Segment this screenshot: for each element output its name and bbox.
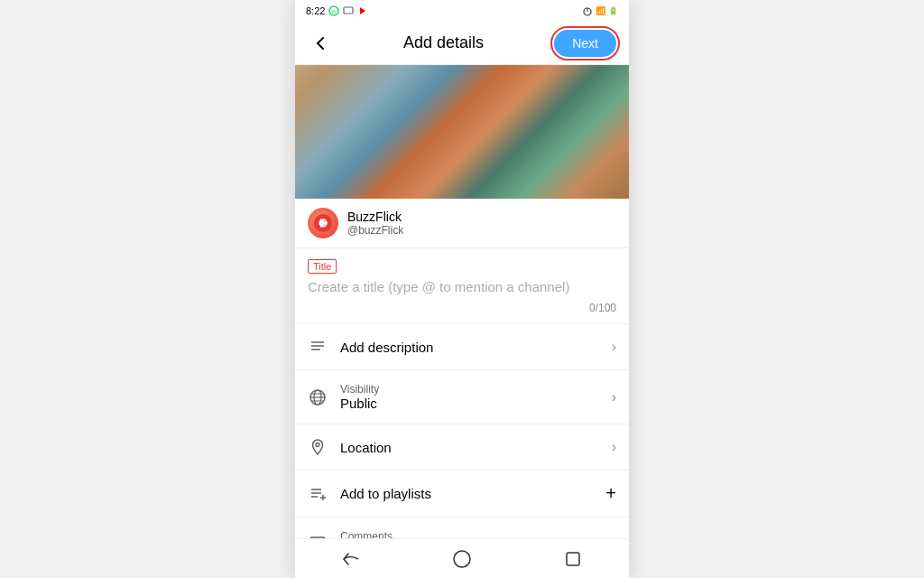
description-label: Add description	[340, 340, 599, 355]
avatar-icon	[313, 213, 333, 233]
yt-icon	[356, 5, 367, 16]
description-content: Add description	[340, 340, 599, 355]
menu-item-playlists[interactable]: Add to playlists +	[295, 471, 629, 517]
nav-recents-icon	[563, 549, 583, 569]
battery-text: 🔋	[608, 6, 618, 15]
svg-rect-27	[567, 553, 579, 565]
visibility-sublabel: Visibility	[340, 383, 599, 396]
comments-content: Comments Hold potentially...	[340, 530, 599, 538]
title-input-placeholder[interactable]: Create a title (type @ to mention a chan…	[308, 277, 616, 302]
svg-marker-3	[360, 7, 365, 14]
nav-home-button[interactable]	[452, 549, 472, 569]
channel-info: BuzzFlick @buzzFlick	[295, 199, 629, 248]
phone-frame: 8:22 W 📶 🔋 Add details Next	[295, 0, 629, 578]
visibility-icon	[308, 387, 328, 407]
page-title: Add details	[403, 33, 484, 52]
channel-name: BuzzFlick	[347, 210, 403, 224]
alarm-icon	[582, 5, 593, 16]
channel-details: BuzzFlick @buzzFlick	[347, 210, 403, 237]
time-display: 8:22	[306, 5, 325, 16]
thumbnail-image	[295, 65, 629, 199]
char-count: 0/100	[308, 302, 616, 320]
status-time: 8:22 W	[306, 5, 367, 16]
nav-recents-button[interactable]	[563, 549, 583, 569]
nav-home-icon	[452, 549, 472, 569]
location-content: Location	[340, 440, 599, 455]
visibility-label: Public	[340, 396, 599, 411]
nav-back-button[interactable]	[341, 549, 361, 569]
whatsapp-icon: W	[328, 5, 340, 16]
avatar	[308, 208, 338, 238]
top-nav: Add details Next	[295, 22, 629, 65]
status-right: 📶 🔋	[582, 5, 618, 16]
video-thumbnail	[295, 65, 629, 199]
comments-sublabel: Comments	[340, 530, 599, 538]
description-icon	[308, 337, 328, 357]
next-button[interactable]: Next	[554, 30, 616, 57]
back-button[interactable]	[308, 31, 333, 56]
channel-handle: @buzzFlick	[347, 224, 403, 237]
location-arrow-icon: ›	[612, 439, 616, 455]
status-bar: 8:22 W 📶 🔋	[295, 0, 629, 22]
visibility-content: Visibility Public	[340, 383, 599, 411]
svg-point-26	[454, 551, 470, 567]
menu-item-location[interactable]: Location ›	[295, 424, 629, 471]
playlists-plus-icon: +	[605, 483, 616, 504]
svg-text:W: W	[332, 9, 337, 14]
svg-rect-2	[344, 7, 353, 14]
location-icon	[308, 437, 328, 457]
title-label: Title	[308, 259, 337, 274]
playlists-label: Add to playlists	[340, 486, 593, 501]
location-label: Location	[340, 440, 599, 455]
bottom-nav	[295, 538, 629, 578]
signal-text: 📶	[596, 6, 605, 15]
title-section: Title Create a title (type @ to mention …	[295, 248, 629, 324]
visibility-arrow-icon: ›	[612, 389, 616, 406]
menu-list: Add description › Visibility Public ›	[295, 324, 629, 538]
nav-back-icon	[341, 549, 361, 569]
menu-item-description[interactable]: Add description ›	[295, 324, 629, 370]
playlists-content: Add to playlists	[340, 486, 593, 501]
msg-icon	[343, 5, 354, 16]
menu-item-comments[interactable]: Comments Hold potentially... ›	[295, 517, 629, 538]
back-arrow-icon	[311, 34, 329, 52]
svg-point-17	[316, 443, 319, 447]
menu-item-visibility[interactable]: Visibility Public ›	[295, 370, 629, 424]
playlists-icon	[308, 484, 328, 504]
description-arrow-icon: ›	[612, 339, 616, 355]
